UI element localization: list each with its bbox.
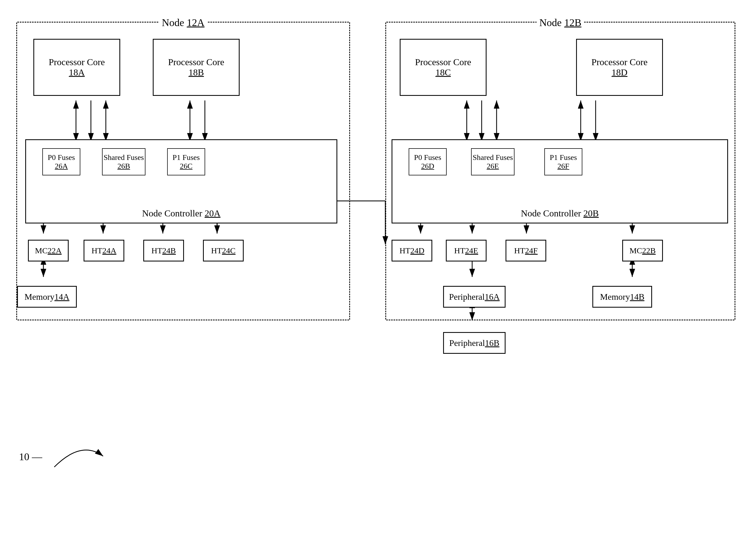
proc-18b-label: Processor Core	[168, 57, 224, 67]
fuse-26e-id: 26E	[487, 162, 499, 170]
ref-number: 10	[19, 451, 29, 462]
node-12b-title: Node 12B	[536, 17, 584, 28]
fuse-26d-label: P0 Fuses	[414, 153, 441, 162]
nc-20b-box: P0 Fuses 26D Shared Fuses 26E P1 Fuses 2…	[392, 139, 728, 223]
proc-18a-id: 18A	[69, 67, 85, 78]
proc-18c-label: Processor Core	[415, 57, 471, 67]
fuse-26e: Shared Fuses 26E	[471, 148, 514, 175]
nc-20a-label: Node Controller 20A	[142, 208, 221, 218]
ht-24b: HT 24B	[143, 240, 184, 261]
mc-22b: MC 22B	[622, 240, 663, 261]
fuse-26b-label: Shared Fuses	[104, 153, 144, 162]
memory-14b: Memory 14B	[592, 286, 652, 308]
ref-label: 10 ―	[19, 451, 42, 463]
fuse-26c-label: P1 Fuses	[173, 153, 200, 162]
ht-24d: HT 24D	[392, 240, 432, 261]
proc-18d: Processor Core 18D	[576, 39, 663, 96]
ht-24e: HT 24E	[446, 240, 487, 261]
node-12a-box: Node 12A Processor Core 18A Processor Co…	[16, 22, 350, 321]
fuse-26a: P0 Fuses 26A	[42, 148, 80, 175]
node-12b-box: Node 12B Processor Core 18C Processor Co…	[385, 22, 735, 321]
peripheral-16a: Peripheral 16A	[443, 286, 506, 308]
fuse-26d: P0 Fuses 26D	[409, 148, 447, 175]
fuse-26b: Shared Fuses 26B	[102, 148, 145, 175]
proc-18a-label: Processor Core	[49, 57, 105, 67]
diagram: 10 ―	[11, 11, 744, 538]
nc-20a-box: P0 Fuses 26A Shared Fuses 26B P1 Fuses 2…	[25, 139, 337, 223]
ht-24c: HT 24C	[203, 240, 244, 261]
fuse-26a-id: 26A	[55, 162, 68, 170]
proc-18c: Processor Core 18C	[400, 39, 487, 96]
proc-18d-id: 18D	[612, 67, 628, 78]
proc-18b: Processor Core 18B	[153, 39, 240, 96]
proc-18d-label: Processor Core	[592, 57, 648, 67]
fuse-26c-id: 26C	[180, 162, 193, 170]
fuse-26e-label: Shared Fuses	[473, 153, 513, 162]
proc-18b-id: 18B	[189, 67, 204, 78]
fuse-26a-label: P0 Fuses	[48, 153, 75, 162]
ht-24a: HT 24A	[84, 240, 124, 261]
fuse-26b-id: 26B	[117, 162, 130, 170]
memory-14a: Memory 14A	[17, 286, 77, 308]
fuse-26f: P1 Fuses 26F	[544, 148, 582, 175]
node-12a-title: Node 12A	[159, 17, 207, 28]
proc-18c-id: 18C	[436, 67, 451, 78]
nc-20b-label: Node Controller 20B	[521, 208, 599, 218]
peripheral-16b: Peripheral 16B	[443, 332, 506, 354]
fuse-26c: P1 Fuses 26C	[167, 148, 205, 175]
mc-22a: MC 22A	[28, 240, 69, 261]
ht-24f: HT 24F	[506, 240, 546, 261]
fuse-26f-id: 26F	[557, 162, 569, 170]
fuse-26d-id: 26D	[421, 162, 434, 170]
proc-18a: Processor Core 18A	[33, 39, 120, 96]
fuse-26f-label: P1 Fuses	[550, 153, 577, 162]
